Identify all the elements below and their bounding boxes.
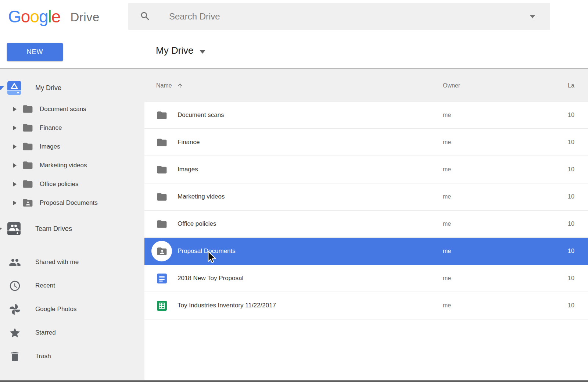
sidebar-nav: Shared with me Recent Google Photos Star… [0, 250, 144, 368]
file-name: Images [178, 166, 198, 173]
file-row[interactable]: Document scans me 10 [144, 102, 588, 129]
folder-icon [22, 197, 33, 208]
page-title: My Drive [156, 45, 194, 56]
file-icon-wrap [151, 186, 172, 207]
sidebar-nav-label: Shared with me [35, 258, 79, 266]
sidebar-folder-item[interactable]: Marketing videos [0, 156, 144, 175]
sidebar-folder-tree: Document scans Finance Images Marketing … [0, 100, 144, 212]
column-header-last-modified[interactable]: La [568, 82, 574, 89]
file-modified-date: 10 [568, 193, 574, 200]
expand-caret-right-icon[interactable] [0, 226, 2, 231]
file-row[interactable]: Office policies me 10 [144, 211, 588, 238]
file-name: Toy Industries Inventory 11/22/2017 [178, 302, 276, 309]
file-owner: me [443, 112, 451, 118]
sidebar-folder-item[interactable]: Images [0, 137, 144, 156]
sidebar-nav-label: Trash [35, 353, 51, 360]
sidebar-folder-label: Office policies [40, 181, 79, 188]
sidebar-nav-item[interactable]: Shared with me [0, 250, 144, 274]
file-row[interactable]: Finance me 10 [144, 129, 588, 156]
sidebar-nav-item[interactable]: Recent [0, 274, 144, 297]
google-drive-window: Google Drive NEW My Drive My Drive [0, 0, 588, 382]
file-list: Document scans me 10 Finance me 10 Image… [144, 102, 588, 380]
sidebar-item-label: My Drive [35, 84, 61, 92]
file-icon-wrap [151, 214, 172, 234]
file-row[interactable]: Toy Industries Inventory 11/22/2017 me 1… [144, 292, 588, 319]
sidebar-folder-item[interactable]: Proposal Documents [0, 193, 144, 212]
file-owner: me [443, 248, 451, 254]
google-logo-letter: o [21, 7, 30, 26]
file-owner: me [443, 193, 451, 200]
sidebar-nav-label: Recent [35, 282, 55, 289]
sidebar-folder-label: Document scans [40, 106, 86, 113]
top-bar: Google Drive [0, 0, 588, 33]
sidebar-item-team-drives[interactable]: Team Drives [0, 218, 144, 239]
nav-icon [9, 350, 21, 363]
column-header-name[interactable]: Name [156, 82, 184, 89]
sidebar-folder-item[interactable]: Office policies [0, 175, 144, 193]
google-logo: Google [8, 8, 60, 25]
sidebar-nav-item[interactable]: Google Photos [0, 297, 144, 321]
file-icon-wrap [151, 105, 172, 125]
file-modified-date: 10 [568, 275, 574, 282]
file-name: 2018 New Toy Proposal [178, 275, 243, 282]
file-modified-date: 10 [568, 112, 574, 118]
file-type-icon [156, 110, 168, 121]
sidebar-folder-label: Proposal Documents [40, 199, 98, 207]
search-input[interactable] [128, 3, 550, 30]
new-button[interactable]: NEW [7, 43, 63, 61]
nav-icon [9, 327, 21, 339]
search-bar[interactable] [128, 3, 550, 30]
google-logo-letter: e [51, 7, 61, 26]
sidebar: My Drive Document scans Finance I [0, 69, 144, 380]
expand-caret-right-icon[interactable] [13, 201, 17, 205]
expand-caret-right-icon[interactable] [13, 144, 17, 149]
file-row[interactable]: Marketing videos me 10 [144, 183, 588, 211]
file-row[interactable]: Images me 10 [144, 156, 588, 183]
sort-ascending-arrow-icon [176, 82, 184, 89]
column-header-owner[interactable]: Owner [443, 82, 460, 89]
expand-caret-right-icon[interactable] [13, 126, 17, 130]
file-modified-date: 10 [568, 248, 574, 254]
file-type-icon [156, 164, 168, 175]
google-logo-letter: l [48, 7, 51, 26]
drive-product-name: Drive [70, 10, 100, 24]
file-icon-wrap [151, 241, 172, 261]
expand-caret-right-icon[interactable] [13, 107, 17, 111]
search-options-chevron-down-icon[interactable] [530, 15, 535, 18]
sidebar-item-label: Team Drives [35, 225, 72, 233]
column-header-name-label: Name [156, 82, 172, 89]
action-bar: NEW My Drive [0, 33, 588, 68]
file-icon-wrap [151, 159, 172, 180]
sidebar-folder-label: Images [40, 143, 60, 150]
google-logo-letter: G [8, 7, 21, 26]
folder-icon [22, 141, 33, 152]
expand-caret-right-icon[interactable] [13, 163, 17, 168]
file-icon-wrap [151, 268, 172, 289]
my-drive-icon [7, 81, 21, 95]
sidebar-folder-item[interactable]: Document scans [0, 100, 144, 118]
file-type-icon [156, 300, 168, 311]
sidebar-folder-item[interactable]: Finance [0, 118, 144, 137]
expand-caret-right-icon[interactable] [13, 182, 17, 186]
google-logo-letter: o [30, 7, 39, 26]
window-bottom-edge [0, 380, 588, 382]
file-row[interactable]: 2018 New Toy Proposal me 10 [144, 265, 588, 292]
file-name: Finance [178, 139, 200, 146]
file-modified-date: 10 [568, 139, 574, 146]
sidebar-folder-label: Finance [40, 124, 62, 132]
view-title-dropdown[interactable]: My Drive [156, 33, 205, 68]
file-type-icon [156, 246, 168, 257]
sidebar-nav-item[interactable]: Trash [0, 344, 144, 368]
google-drive-logo: Google Drive [8, 0, 100, 33]
sidebar-nav-label: Google Photos [35, 306, 76, 313]
expand-caret-down-icon[interactable] [0, 86, 4, 90]
sidebar-item-my-drive[interactable]: My Drive [0, 78, 144, 98]
file-row[interactable]: Proposal Documents me 10 [144, 238, 588, 265]
file-owner: me [443, 221, 451, 227]
sidebar-nav-item[interactable]: Starred [0, 321, 144, 344]
nav-icon [9, 303, 21, 315]
file-owner: me [443, 302, 451, 309]
file-name: Document scans [178, 111, 224, 119]
file-name: Proposal Documents [178, 247, 236, 255]
folder-icon [22, 178, 33, 190]
